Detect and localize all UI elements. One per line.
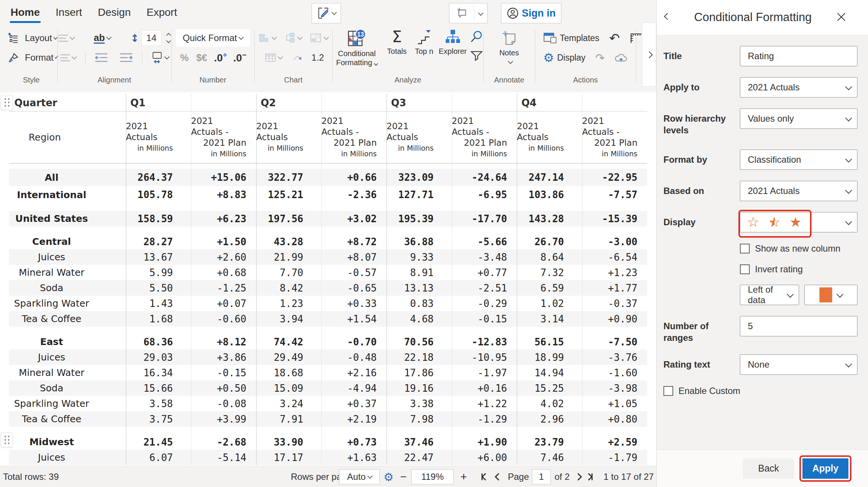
table-cell[interactable]: +0.37	[321, 396, 387, 411]
filter-button[interactable]	[470, 50, 483, 61]
table-cell[interactable]: -2.36	[321, 186, 387, 203]
measure-header-variance[interactable]: 2021 Actuals -2021 Planin Millions	[191, 111, 256, 163]
table-cell[interactable]: 43.28	[256, 234, 321, 249]
table-cell[interactable]: 1.43	[126, 296, 191, 311]
table-cell[interactable]: +1.50	[191, 234, 256, 249]
table-cell[interactable]: +0.16	[452, 380, 517, 396]
row-label[interactable]: Juices	[9, 249, 126, 265]
measure-header-variance[interactable]: 2021 Actuals -2021 Planin Millions	[582, 111, 647, 163]
display-button[interactable]: ⚙ Display	[541, 50, 588, 65]
table-cell[interactable]: -3.48	[452, 249, 517, 265]
table-cell[interactable]: -24.64	[452, 169, 517, 186]
table-cell[interactable]: 8.91	[387, 265, 452, 280]
table-cell[interactable]: 68.36	[126, 334, 191, 350]
table-cell[interactable]: 26.70	[517, 234, 582, 249]
table-cell[interactable]: -6.95	[452, 186, 517, 203]
table-cell[interactable]: +2.19	[321, 411, 387, 427]
zoom-out-button[interactable]: −	[400, 470, 407, 483]
table-cell[interactable]: -0.60	[191, 311, 256, 327]
table-cell[interactable]: 74.42	[256, 334, 321, 350]
table-cell[interactable]: -0.65	[321, 280, 387, 296]
table-cell[interactable]: 3.24	[256, 396, 321, 411]
table-cell[interactable]: +8.72	[321, 234, 387, 249]
table-drag-handle[interactable]	[1, 95, 13, 110]
table-cell[interactable]: 17.86	[387, 365, 452, 380]
table-cell[interactable]: 323.09	[387, 169, 452, 186]
display-select[interactable]: ☆ ☆★ ★	[740, 212, 857, 232]
table-cell[interactable]: -1.97	[452, 365, 517, 380]
table-cell[interactable]: 197.56	[256, 211, 321, 226]
table-cell[interactable]: 7.98	[387, 411, 452, 427]
back-button[interactable]: Back	[743, 458, 794, 479]
invert-rating-checkbox[interactable]	[740, 264, 750, 274]
measure-header-variance[interactable]: 2021 Actuals -2021 Planin Millions	[452, 111, 517, 163]
table-cell[interactable]: +2.59	[582, 434, 647, 450]
table-cell[interactable]: 6.07	[126, 450, 191, 465]
rows-per-page-select[interactable]: Auto	[339, 469, 380, 484]
wrap-text-button[interactable]: ab	[92, 33, 113, 44]
tab-design[interactable]: Design	[97, 1, 131, 24]
explorer-button[interactable]: Explorer	[439, 29, 467, 56]
sparkline-button[interactable]	[290, 53, 306, 62]
table-cell[interactable]: -2.51	[452, 280, 517, 296]
table-cell[interactable]: -1.79	[582, 450, 647, 465]
table-cell[interactable]: +0.90	[582, 311, 647, 327]
table-cell[interactable]: 21.45	[126, 434, 191, 450]
table-cell[interactable]: 3.58	[126, 396, 191, 411]
first-page-button[interactable]	[481, 473, 488, 480]
table-cell[interactable]: 16.34	[126, 365, 191, 380]
table-cell[interactable]: -4.94	[321, 380, 387, 396]
table-cell[interactable]: +1.77	[582, 280, 647, 296]
table-cell[interactable]: -0.48	[321, 350, 387, 365]
table-cell[interactable]: 8.64	[517, 249, 582, 265]
table-cell[interactable]: 4.02	[517, 396, 582, 411]
edit-visual-button[interactable]	[312, 3, 341, 23]
redo-button[interactable]: ↷	[593, 51, 607, 64]
indent-button[interactable]	[117, 53, 135, 63]
table-cell[interactable]: -3.00	[582, 234, 647, 249]
table-cell[interactable]: +15.06	[191, 169, 256, 186]
table-drag-handle[interactable]	[1, 432, 13, 447]
table-cell[interactable]: -0.57	[321, 265, 387, 280]
table-cell[interactable]: 23.79	[517, 434, 582, 450]
ribbon-expander-button[interactable]	[642, 23, 656, 87]
sign-in-button[interactable]: Sign in	[501, 3, 561, 23]
row-label[interactable]: Central	[9, 234, 126, 249]
table-cell[interactable]: -3.98	[582, 380, 647, 396]
table-cell[interactable]: 158.59	[126, 211, 191, 226]
table-cell[interactable]: 3.14	[517, 311, 582, 327]
table-cell[interactable]: +0.73	[321, 434, 387, 450]
row-label[interactable]: Soda	[9, 280, 126, 296]
table-cell[interactable]: +0.77	[452, 265, 517, 280]
decrease-decimal-button[interactable]: .0−	[233, 51, 246, 64]
chart-hierarchy-button[interactable]	[282, 33, 304, 43]
zoom-level-input[interactable]: 119%	[411, 469, 454, 484]
row-label[interactable]: Sparkling Water	[9, 296, 126, 311]
measure-header-actuals[interactable]: 2021 Actualsin Millions	[126, 111, 191, 163]
table-cell[interactable]: 247.14	[517, 169, 582, 186]
table-cell[interactable]: +1.63	[321, 450, 387, 465]
table-cell[interactable]: 8.42	[256, 280, 321, 296]
based-on-select[interactable]: 2021 Actuals	[740, 181, 857, 201]
table-cell[interactable]: -15.39	[582, 211, 647, 226]
table-cell[interactable]: -0.08	[191, 396, 256, 411]
row-label[interactable]: International	[9, 186, 126, 203]
table-cell[interactable]: +1.90	[452, 434, 517, 450]
table-cell[interactable]: 15.09	[256, 380, 321, 396]
last-page-button[interactable]	[586, 473, 593, 480]
table-cell[interactable]: -7.57	[582, 186, 647, 203]
table-cell[interactable]: -3.76	[582, 350, 647, 365]
row-label[interactable]: Juices	[9, 450, 126, 465]
table-cell[interactable]: -22.95	[582, 169, 647, 186]
cloud-upload-button[interactable]	[612, 52, 630, 63]
table-cell[interactable]: -12.83	[452, 334, 517, 350]
table-cell[interactable]: 7.70	[256, 265, 321, 280]
templates-button[interactable]: Templates	[541, 32, 602, 44]
table-cell[interactable]: 264.37	[126, 169, 191, 186]
table-cell[interactable]: 1.02	[517, 296, 582, 311]
table-cell[interactable]: +0.50	[191, 380, 256, 396]
tab-insert[interactable]: Insert	[55, 1, 83, 24]
table-cell[interactable]: 18.68	[256, 365, 321, 380]
add-comment-button[interactable]	[449, 3, 487, 23]
table-cell[interactable]: -5.14	[191, 450, 256, 465]
